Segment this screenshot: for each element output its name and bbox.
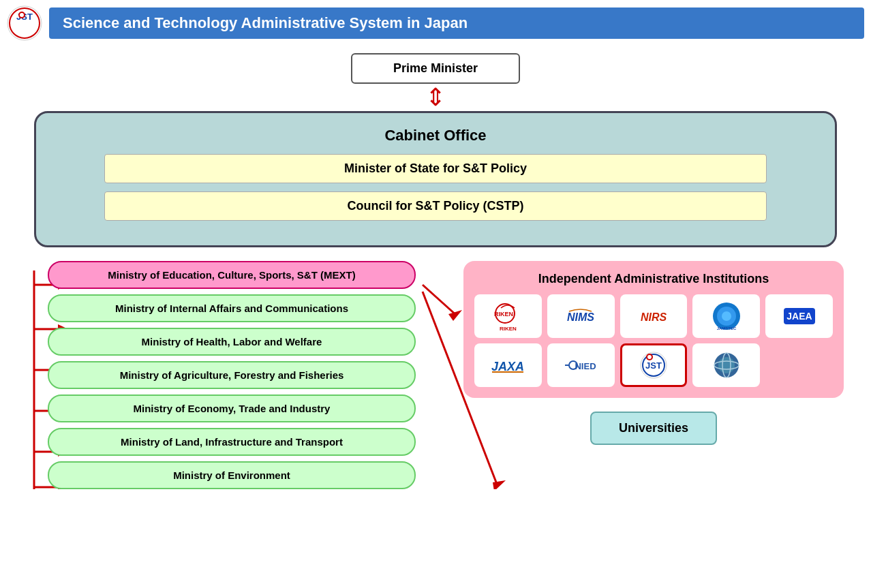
logos-grid: RIKEN RIKEN NIMS bbox=[474, 294, 833, 387]
svg-text:RIKEN: RIKEN bbox=[494, 311, 513, 318]
ministry-label-mhlw: Ministry of Health, Labor and Welfare bbox=[142, 336, 322, 347]
svg-text:JST: JST bbox=[645, 360, 662, 371]
ministry-box-mlit: Ministry of Land, Infrastructure and Tra… bbox=[48, 428, 416, 456]
lower-section: Ministry of Education, Culture, Sports, … bbox=[20, 261, 851, 489]
svg-point-30 bbox=[722, 311, 731, 321]
svg-text:JAMSTEC: JAMSTEC bbox=[716, 326, 736, 330]
ministry-box-maff: Ministry of Agriculture, Forestry and Fi… bbox=[48, 361, 416, 389]
ministry-item-mext: Ministry of Education, Culture, Sports, … bbox=[48, 261, 450, 289]
ministries-column: Ministry of Education, Culture, Sports, … bbox=[27, 261, 450, 489]
ministry-item-moe: Ministry of Environment bbox=[48, 461, 450, 489]
bidirectional-arrow-icon: ⇕ bbox=[425, 85, 446, 110]
svg-text:NIRS: NIRS bbox=[641, 311, 667, 323]
svg-text:NIED: NIED bbox=[575, 361, 596, 371]
logo-nied: NIED bbox=[547, 343, 615, 387]
ministry-label-moe: Ministry of Environment bbox=[173, 469, 290, 481]
svg-text:NIMS: NIMS bbox=[567, 311, 594, 323]
prime-minister-label: Prime Minister bbox=[393, 61, 478, 75]
svg-point-44 bbox=[718, 357, 735, 373]
minister-state-box: Minister of State for S&T Policy bbox=[104, 154, 767, 183]
logo-riken: RIKEN RIKEN bbox=[474, 294, 542, 338]
right-column: Independent Administrative Institutions … bbox=[463, 261, 844, 489]
svg-text:JAEA: JAEA bbox=[786, 311, 812, 322]
logo-jst: JST bbox=[620, 343, 688, 387]
main-content: Cabinet Office Minister of State for S&T… bbox=[0, 111, 871, 489]
logo-jamstec: JAMSTEC bbox=[692, 294, 760, 338]
ministry-item-mlit: Ministry of Land, Infrastructure and Tra… bbox=[48, 428, 450, 456]
prime-minister-section: Prime Minister bbox=[0, 46, 871, 84]
ministry-box-mhlw: Ministry of Health, Labor and Welfare bbox=[48, 328, 416, 356]
iai-block: Independent Administrative Institutions … bbox=[463, 261, 844, 398]
ministry-item-maff: Ministry of Agriculture, Forestry and Fi… bbox=[48, 361, 450, 389]
header: JST Science and Technology Administrativ… bbox=[0, 0, 871, 46]
logo-other bbox=[692, 343, 760, 387]
logo-jaxa: JAXA bbox=[474, 343, 542, 387]
ministry-box-miac: Ministry of Internal Affairs and Communi… bbox=[48, 294, 416, 322]
ministry-item-miac: Ministry of Internal Affairs and Communi… bbox=[48, 294, 450, 322]
universities-label: Universities bbox=[619, 421, 688, 435]
ministry-label-maff: Ministry of Agriculture, Forestry and Fi… bbox=[120, 369, 344, 381]
cabinet-office-block: Cabinet Office Minister of State for S&T… bbox=[34, 111, 837, 247]
page-title: Science and Technology Administrative Sy… bbox=[63, 14, 468, 31]
ministry-label-mlit: Ministry of Land, Infrastructure and Tra… bbox=[121, 436, 343, 448]
ministry-label-mext: Ministry of Education, Culture, Sports, … bbox=[108, 269, 355, 281]
logo-nims: NIMS bbox=[547, 294, 615, 338]
universities-container: Universities bbox=[463, 412, 844, 445]
pm-cabinet-arrow: ⇕ bbox=[0, 85, 871, 110]
prime-minister-box: Prime Minister bbox=[351, 53, 520, 84]
svg-point-42 bbox=[647, 355, 652, 359]
jst-logo-header: JST bbox=[7, 5, 42, 41]
ministry-item-meti: Ministry of Economy, Trade and Industry bbox=[48, 394, 450, 422]
logo-nirs: NIRS bbox=[620, 294, 688, 338]
svg-point-4 bbox=[20, 13, 24, 17]
cabinet-office-title: Cabinet Office bbox=[63, 127, 808, 144]
svg-marker-21 bbox=[448, 310, 462, 321]
ministry-label-meti: Ministry of Economy, Trade and Industry bbox=[134, 403, 331, 414]
ministry-label-miac: Ministry of Internal Affairs and Communi… bbox=[115, 303, 348, 314]
ministry-box-moe: Ministry of Environment bbox=[48, 461, 416, 489]
title-bar: Science and Technology Administrative Sy… bbox=[49, 7, 864, 39]
logo-jaea: JAEA bbox=[765, 294, 833, 338]
ministry-box-meti: Ministry of Economy, Trade and Industry bbox=[48, 394, 416, 422]
council-stp-box: Council for S&T Policy (CSTP) bbox=[104, 191, 767, 221]
iai-title: Independent Administrative Institutions bbox=[474, 272, 833, 286]
universities-box: Universities bbox=[590, 412, 717, 445]
ministry-item-mhlw: Ministry of Health, Labor and Welfare bbox=[48, 328, 450, 356]
ministry-box-mext: Ministry of Education, Culture, Sports, … bbox=[48, 261, 416, 289]
